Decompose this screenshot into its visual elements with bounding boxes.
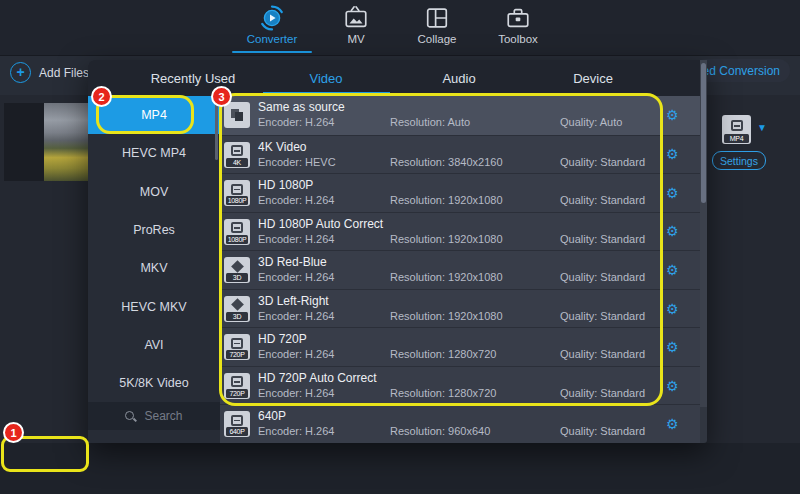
format-icon: 3D bbox=[224, 257, 250, 283]
tab-device[interactable]: Device bbox=[533, 60, 653, 96]
resolution-label: Resolution: bbox=[390, 387, 445, 399]
app-window: Converter MV Collage bbox=[0, 0, 800, 494]
film-icon bbox=[231, 338, 243, 349]
cube-icon bbox=[231, 260, 244, 273]
output-format-chip[interactable]: MP4 bbox=[722, 115, 751, 144]
converter-icon bbox=[258, 4, 286, 32]
sidebar-item-mov[interactable]: MOV bbox=[88, 173, 220, 211]
format-icon-badge: 3D bbox=[226, 312, 248, 321]
encoder-value: H.264 bbox=[305, 233, 334, 245]
quality-value: Standard bbox=[600, 271, 645, 283]
format-row[interactable]: 3D 3D Left-Right Encoder: H.264 Resoluti… bbox=[220, 289, 700, 328]
format-row[interactable]: 1080P HD 1080P Auto Correct Encoder: H.2… bbox=[220, 212, 700, 251]
format-row[interactable]: 1080P HD 1080P Encoder: H.264 Resolution… bbox=[220, 173, 700, 212]
format-title: 4K Video bbox=[258, 140, 307, 154]
encoder-label: Encoder: bbox=[258, 387, 302, 399]
encoder-label: Encoder: bbox=[258, 194, 302, 206]
mv-icon bbox=[343, 4, 369, 32]
format-icon-badge: 1080P bbox=[226, 196, 248, 205]
encoder-label: Encoder: bbox=[258, 425, 302, 437]
sidebar-item-hevc-mp4[interactable]: HEVC MP4 bbox=[88, 134, 220, 172]
nav-tab-collage[interactable]: Collage bbox=[395, 0, 479, 55]
resolution-value: 960x640 bbox=[448, 425, 490, 437]
resolution-value: 1920x1080 bbox=[448, 310, 502, 322]
encoder-value: H.264 bbox=[305, 310, 334, 322]
resolution-value: Auto bbox=[448, 116, 471, 128]
sidebar-item-5k-8k-video[interactable]: 5K/8K Video bbox=[88, 364, 220, 402]
gear-icon[interactable]: ⚙ bbox=[666, 262, 679, 278]
sidebar-item-hevc-mkv[interactable]: HEVC MKV bbox=[88, 287, 220, 325]
bottom-bar: Output Format: MP4 H.264/HEVC ▼ ⚙ Save t… bbox=[0, 443, 800, 494]
encoder-value: H.264 bbox=[305, 271, 334, 283]
gear-icon[interactable]: ⚙ bbox=[666, 301, 679, 317]
film-icon bbox=[231, 184, 243, 195]
sidebar-item-mkv[interactable]: MKV bbox=[88, 249, 220, 287]
settings-button[interactable]: Settings bbox=[712, 151, 766, 170]
resolution-value: 1920x1080 bbox=[448, 194, 502, 206]
format-icon-badge: 720P bbox=[226, 350, 248, 359]
gear-icon[interactable]: ⚙ bbox=[666, 185, 679, 201]
gear-icon[interactable]: ⚙ bbox=[666, 378, 679, 394]
gear-icon[interactable]: ⚙ bbox=[666, 223, 679, 239]
sidebar-scrollbar[interactable] bbox=[215, 98, 218, 160]
resolution-value: 1280x720 bbox=[448, 348, 496, 360]
toolbox-icon bbox=[505, 4, 531, 32]
resolution-label: Resolution: bbox=[390, 233, 445, 245]
add-files-label: Add Files bbox=[39, 66, 89, 80]
quality-value: Standard bbox=[600, 156, 645, 168]
step-badge-2: 2 bbox=[91, 86, 112, 107]
format-row[interactable]: 720P HD 720P Auto Correct Encoder: H.264… bbox=[220, 366, 700, 405]
format-icon: 1080P bbox=[224, 180, 250, 206]
tab-audio[interactable]: Audio bbox=[400, 60, 518, 96]
resolution-label: Resolution: bbox=[390, 310, 445, 322]
search-placeholder: Search bbox=[144, 409, 182, 423]
format-row[interactable]: Same as source Encoder: H.264 Resolution… bbox=[220, 96, 700, 135]
format-search-box[interactable]: Search bbox=[88, 402, 220, 430]
settings-label: Settings bbox=[720, 155, 758, 167]
format-title: 3D Left-Right bbox=[258, 294, 329, 308]
speed-conversion-label: eed Conversion bbox=[696, 64, 780, 78]
format-list: Same as source Encoder: H.264 Resolution… bbox=[220, 96, 700, 443]
quality-label: Quality: bbox=[560, 310, 597, 322]
encoder-value: H.264 bbox=[305, 116, 334, 128]
copy-icon bbox=[230, 108, 244, 122]
quality-label: Quality: bbox=[560, 271, 597, 283]
gear-icon[interactable]: ⚙ bbox=[666, 107, 679, 123]
gear-icon[interactable]: ⚙ bbox=[666, 146, 679, 162]
file-card bbox=[4, 103, 44, 181]
quality-value: Standard bbox=[600, 348, 645, 360]
active-tab-underline bbox=[263, 92, 390, 95]
format-row[interactable]: 4K 4K Video Encoder: HEVC Resolution: 38… bbox=[220, 135, 700, 174]
format-row[interactable]: 640P 640P Encoder: H.264 Resolution: 960… bbox=[220, 404, 700, 443]
format-icon-badge: 4K bbox=[226, 158, 248, 167]
magnifier-icon bbox=[125, 411, 135, 421]
format-icon-badge: 720P bbox=[226, 389, 248, 398]
format-icon: 4K bbox=[224, 142, 250, 168]
nav-label-converter: Converter bbox=[247, 33, 298, 45]
format-title: HD 720P bbox=[258, 332, 307, 346]
nav-tab-mv[interactable]: MV bbox=[314, 0, 398, 55]
sidebar-item-avi[interactable]: AVI bbox=[88, 326, 220, 364]
resolution-value: 1920x1080 bbox=[448, 233, 502, 245]
nav-tab-toolbox[interactable]: Toolbox bbox=[476, 0, 560, 55]
step-badge-3: 3 bbox=[211, 86, 232, 107]
resolution-label: Resolution: bbox=[390, 156, 445, 168]
quality-value: Standard bbox=[600, 425, 645, 437]
top-nav: Converter MV Collage bbox=[0, 0, 800, 56]
quality-label: Quality: bbox=[560, 387, 597, 399]
scrollbar-thumb[interactable] bbox=[701, 63, 706, 203]
tab-recently-used[interactable]: Recently Used bbox=[128, 60, 258, 96]
chevron-down-icon[interactable]: ▼ bbox=[757, 122, 767, 133]
format-title: 3D Red-Blue bbox=[258, 255, 327, 269]
nav-tab-converter[interactable]: Converter bbox=[230, 0, 314, 55]
cube-icon bbox=[231, 298, 244, 311]
sidebar-item-prores[interactable]: ProRes bbox=[88, 211, 220, 249]
gear-icon[interactable]: ⚙ bbox=[666, 339, 679, 355]
format-title: HD 1080P Auto Correct bbox=[258, 217, 383, 231]
format-list-scrollbar[interactable] bbox=[700, 60, 707, 407]
format-row[interactable]: 3D 3D Red-Blue Encoder: H.264 Resolution… bbox=[220, 250, 700, 289]
gear-icon[interactable]: ⚙ bbox=[666, 416, 679, 432]
format-title: 640P bbox=[258, 409, 286, 423]
format-row[interactable]: 720P HD 720P Encoder: H.264 Resolution: … bbox=[220, 327, 700, 366]
speed-conversion-button[interactable]: eed Conversion bbox=[694, 59, 790, 82]
